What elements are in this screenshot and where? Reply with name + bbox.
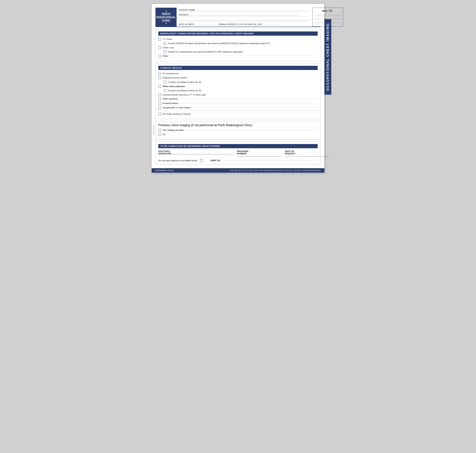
chest-xray-sub-label: include ILO classification and report by… [168,50,318,53]
leaving-industry-row: Leaving industry (previous CT >2 years a… [158,93,318,96]
leaving-industry-checkbox[interactable] [158,93,161,96]
clinical-section: CLINICAL DETAILS Pre-employment Engineer… [155,63,321,119]
smoking-history-row: Smoking history: [158,102,318,105]
referral-header: RADIOLOGIST CONSULTATION REFERRAL FOR OC… [158,31,318,36]
other-checkbox[interactable] [158,55,161,57]
do-not-send-label: Do not send reports to my health record [158,159,197,162]
footer-notice: PLEASE TELL US IF YOU HAVE HAD PREVIOUS … [230,169,321,171]
clinical-header: CLINICAL DETAILS [158,66,318,70]
engineered-stone-sub-label: 2-yearly surveillance (silica cat. A) [168,81,318,84]
other-silica-checkbox[interactable] [158,85,161,88]
chest-xray-sub-row: include ILO classification and report by… [164,50,318,53]
bill-line-1: …………………………………… [314,14,341,16]
patient-name-line: PATIENT'S NAME……………………………………………………………………… [179,9,310,12]
date-col: DATE OF REQUEST …………………………………………………… [285,150,329,157]
dob-line: DATE OF BIRTH ………………………………FEMALE PATIENT… [179,23,310,26]
symptomatic-label: Symptomatic or other history [163,106,191,109]
prev-imaging-yes-label: Yes, imaging provider: [163,129,184,131]
address-line2: …………………………………………………………………………………………………………… [179,18,310,21]
engineered-stone-sub-checkbox[interactable] [164,81,166,83]
may-label: MAY 2021 [153,125,155,134]
ct-chest-sub-label: include ICOERD (Kusaka) classification a… [168,42,318,45]
copy-to-row: Do not send reports to my health record … [158,159,318,162]
other-exposure-checkbox[interactable] [158,98,161,100]
copy-to-label: COPY TO [210,159,220,162]
do-not-send-checkbox[interactable] [200,159,203,162]
footer-bar: perthradclinic.com.au PLEASE TELL US IF … [152,168,324,173]
extra-dots-line [162,111,322,111]
chest-xray-label: Chest x-ray [163,46,318,49]
no-longer-row: No longer working in industry [158,112,318,115]
logo-text: PERTH RADIOLOGICAL CLINIC [156,12,176,22]
prev-imaging-no-checkbox[interactable] [158,133,161,136]
symptomatic-row: Symptomatic or other history [158,106,318,109]
prev-imaging-title: Previous chest imaging (if not performed… [158,123,318,127]
logo-dot-top [166,11,167,12]
date-label: DATE OF REQUEST …………………………………………………… [285,150,329,157]
other-silica-row: Other silica exposure [158,85,318,88]
no-longer-label: No longer working in industry [163,112,318,115]
address-line: ADDRESS ……………………………………………………………………………………… [179,14,310,17]
smoking-history-checkbox[interactable] [158,102,161,105]
header-area: PERTH RADIOLOGICAL CLINIC PATIENT'S NAME… [155,8,321,27]
referring-section: TO BE COMPLETED BY REFERRING PRACTITIONE… [155,142,321,164]
pre-employment-row: Pre-employment [158,72,318,75]
doctor-sig-col: DOCTOR'S SIGNATURE…………………………………………………………… [158,150,233,157]
other-silica-sub-row: 5-yearly surveillance (silica cat. B) [164,89,318,92]
other-silica-sub-label: 5-yearly surveillance (silica cat. B) [168,89,318,92]
prev-imaging-yes-checkbox[interactable] [158,129,161,131]
prev-imaging-yes-row: Yes, imaging provider: [158,128,318,131]
ct-chest-row: CT Chest [158,38,318,41]
prev-imaging-section: Previous chest imaging (if not performed… [155,121,321,140]
leaving-industry-label: Leaving industry (previous CT >2 years a… [163,93,318,96]
other-silica-sub-checkbox[interactable] [164,89,166,92]
chest-xray-row: Chest x-ray [158,46,318,49]
doctor-sig-label: DOCTOR'S SIGNATURE…………………………………………………………… [158,150,233,155]
other-exposure-label: Other exposure: [163,98,178,100]
engineered-stone-sub-row: 2-yearly surveillance (silica cat. A) [164,81,318,84]
prev-imaging-no-label: No [163,133,318,136]
engineered-stone-row: Engineered stone worker [158,76,318,79]
provider-label: PROVIDER NUMBER …………………………………………………… [237,150,281,157]
side-label: OCCUPATIONAL CHEST IMAGING [324,19,331,95]
referral-section: RADIOLOGIST CONSULTATION REFERRAL FOR OC… [155,29,321,61]
other-label: Other: [163,55,169,57]
footer-website: perthradclinic.com.au [155,169,174,171]
pre-employment-label: Pre-employment [163,72,318,75]
other-silica-label: Other silica exposure [163,85,318,88]
referring-grid: DOCTOR'S SIGNATURE…………………………………………………………… [158,150,318,157]
ct-chest-checkbox[interactable] [158,38,161,41]
ct-chest-sub-row: include ICOERD (Kusaka) classification a… [164,42,318,45]
smoking-history-label: Smoking history: [163,102,179,104]
no-longer-checkbox[interactable] [158,113,161,115]
ct-chest-label: CT Chest [163,38,318,41]
other-exposure-row: Other exposure: [158,97,318,100]
pre-employment-checkbox[interactable] [158,72,161,75]
referring-header: TO BE COMPLETED BY REFERRING PRACTITIONE… [158,144,318,148]
logo-box: PERTH RADIOLOGICAL CLINIC [155,8,177,27]
engineered-stone-checkbox[interactable] [158,76,161,79]
chest-xray-checkbox[interactable] [158,46,161,49]
other-row: Other: [158,55,318,57]
provider-col: PROVIDER NUMBER …………………………………………………… [237,150,281,157]
engineered-stone-label: Engineered stone worker [163,76,318,79]
bill-to-title: BILL TO: [314,9,341,12]
logo-dot-bottom [166,23,167,24]
ct-chest-sub-checkbox[interactable] [164,42,166,45]
patient-info: PATIENT'S NAME……………………………………………………………………… [177,8,312,27]
copy-to-dots [224,160,318,161]
chest-xray-sub-checkbox[interactable] [164,50,166,53]
prev-imaging-no-row: No [158,133,318,136]
symptomatic-checkbox[interactable] [158,106,161,109]
